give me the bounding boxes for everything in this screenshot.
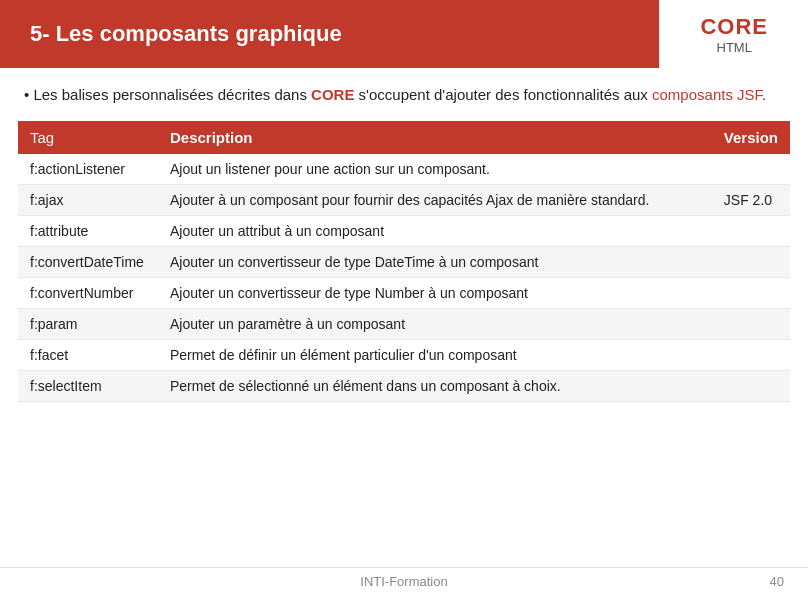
table-row: f:convertNumberAjouter un convertisseur … bbox=[18, 277, 790, 308]
cell-description: Ajouter à un composant pour fournir des … bbox=[158, 184, 712, 215]
cell-description: Ajouter un convertisseur de type Number … bbox=[158, 277, 712, 308]
col-version: Version bbox=[712, 121, 790, 154]
cell-tag: f:selectItem bbox=[18, 370, 158, 401]
intro-text-end: . bbox=[762, 86, 766, 103]
components-table: Tag Description Version f:actionListener… bbox=[18, 121, 790, 402]
header: 5- Les composants graphique CORE HTML bbox=[0, 0, 808, 68]
html-label: HTML bbox=[717, 40, 752, 55]
cell-description: Ajouter un paramètre à un composant bbox=[158, 308, 712, 339]
title-text: 5- Les composants graphique bbox=[30, 21, 342, 47]
core-badge: CORE HTML bbox=[659, 0, 808, 68]
cell-tag: f:attribute bbox=[18, 215, 158, 246]
table-header-row: Tag Description Version bbox=[18, 121, 790, 154]
footer-center-text: INTI-Formation bbox=[360, 574, 447, 589]
intro-text-before: Les balises personnalisées décrites dans bbox=[33, 86, 311, 103]
cell-description: Permet de définir un élément particulier… bbox=[158, 339, 712, 370]
col-tag: Tag bbox=[18, 121, 158, 154]
intro-paragraph: • Les balises personnalisées décrites da… bbox=[0, 68, 808, 121]
cell-version bbox=[712, 215, 790, 246]
cell-tag: f:convertDateTime bbox=[18, 246, 158, 277]
page-number: 40 bbox=[770, 574, 784, 589]
table-row: f:selectItemPermet de sélectionné un élé… bbox=[18, 370, 790, 401]
table-row: f:ajaxAjouter à un composant pour fourni… bbox=[18, 184, 790, 215]
cell-tag: f:facet bbox=[18, 339, 158, 370]
cell-tag: f:ajax bbox=[18, 184, 158, 215]
cell-description: Ajouter un attribut à un composant bbox=[158, 215, 712, 246]
cell-version bbox=[712, 339, 790, 370]
table-wrapper: Tag Description Version f:actionListener… bbox=[0, 121, 808, 402]
intro-jsf-word: composants JSF bbox=[652, 86, 762, 103]
slide-title: 5- Les composants graphique bbox=[0, 0, 659, 68]
footer: INTI-Formation 40 bbox=[0, 567, 808, 595]
bullet-point: • bbox=[24, 86, 33, 103]
cell-version: JSF 2.0 bbox=[712, 184, 790, 215]
intro-core-word: CORE bbox=[311, 86, 354, 103]
version-value: JSF 2.0 bbox=[724, 192, 772, 208]
table-row: f:paramAjouter un paramètre à un composa… bbox=[18, 308, 790, 339]
cell-version bbox=[712, 308, 790, 339]
table-row: f:actionListenerAjout un listener pour u… bbox=[18, 154, 790, 185]
cell-version bbox=[712, 370, 790, 401]
cell-tag: f:param bbox=[18, 308, 158, 339]
table-row: f:facetPermet de définir un élément part… bbox=[18, 339, 790, 370]
cell-tag: f:actionListener bbox=[18, 154, 158, 185]
table-row: f:convertDateTimeAjouter un convertisseu… bbox=[18, 246, 790, 277]
core-label: CORE bbox=[700, 14, 768, 40]
cell-version bbox=[712, 154, 790, 185]
cell-description: Ajouter un convertisseur de type DateTim… bbox=[158, 246, 712, 277]
cell-description: Permet de sélectionné un élément dans un… bbox=[158, 370, 712, 401]
col-description: Description bbox=[158, 121, 712, 154]
intro-text-middle: s'occupent d'ajouter des fonctionnalités… bbox=[354, 86, 652, 103]
cell-version bbox=[712, 277, 790, 308]
cell-description: Ajout un listener pour une action sur un… bbox=[158, 154, 712, 185]
cell-tag: f:convertNumber bbox=[18, 277, 158, 308]
table-row: f:attributeAjouter un attribut à un comp… bbox=[18, 215, 790, 246]
cell-version bbox=[712, 246, 790, 277]
